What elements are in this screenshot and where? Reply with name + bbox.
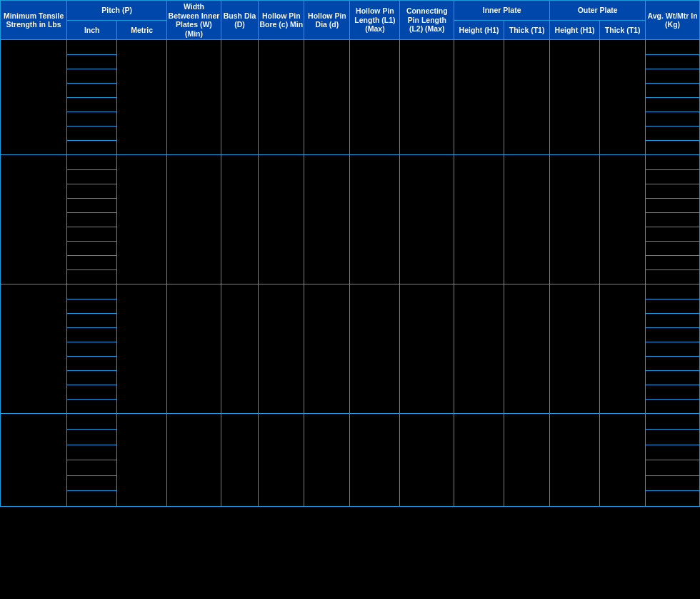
cell-hollow-pin-len xyxy=(350,40,400,155)
th-outer-height: Height (H1) xyxy=(550,20,600,40)
cell-inner-height xyxy=(454,155,504,284)
table-row xyxy=(1,40,700,155)
cell-tensile xyxy=(1,40,67,155)
main-table: Minimum Tensile Strength in Lbs Pitch (P… xyxy=(0,0,700,507)
cell-outer-height xyxy=(550,284,600,414)
cell-hollow-pin-len xyxy=(350,155,400,284)
cell-hollow-pin-dia xyxy=(304,284,350,414)
cell-tensile xyxy=(1,414,67,507)
cell-inner-thick xyxy=(504,40,550,155)
cell-hollow-pin-bore xyxy=(259,284,304,414)
cell-outer-thick xyxy=(600,414,646,507)
cell-tensile xyxy=(1,284,67,414)
th-hollow-pin-bore: Hollow Pin Bore (c) Min xyxy=(259,1,304,40)
th-inner-thick: Thick (T1) xyxy=(504,20,550,40)
cell-pitch-metric xyxy=(117,414,167,507)
cell-hollow-pin-bore xyxy=(259,414,304,507)
cell-pitch-inch xyxy=(67,40,117,155)
th-hollow-pin-len: Hollow Pin Length (L1) (Max) xyxy=(350,1,400,40)
cell-hollow-pin-bore xyxy=(259,40,304,155)
cell-width xyxy=(167,40,221,155)
cell-hollow-pin-len xyxy=(350,284,400,414)
header-row-1: Minimum Tensile Strength in Lbs Pitch (P… xyxy=(1,1,700,21)
table-row xyxy=(1,414,700,507)
cell-avg-wt xyxy=(646,155,700,284)
cell-outer-height xyxy=(550,155,600,284)
table-wrapper: Minimum Tensile Strength in Lbs Pitch (P… xyxy=(0,0,700,507)
cell-inner-thick xyxy=(504,414,550,507)
th-outer-plate-group: Outer Plate xyxy=(550,1,646,21)
cell-inner-height xyxy=(454,284,504,414)
th-hollow-pin-dia: Hollow Pin Dia (d) xyxy=(304,1,350,40)
cell-inner-height xyxy=(454,40,504,155)
cell-outer-thick xyxy=(600,284,646,414)
th-pitch-metric: Metric xyxy=(117,20,167,40)
cell-inner-thick xyxy=(504,284,550,414)
cell-hollow-pin-dia xyxy=(304,155,350,284)
cell-bush-dia xyxy=(221,414,258,507)
cell-hollow-pin-bore xyxy=(259,155,304,284)
cell-pitch-metric xyxy=(117,155,167,284)
th-outer-thick: Thick (T1) xyxy=(600,20,646,40)
cell-conn-pin-len xyxy=(400,414,454,507)
th-inner-height: Height (H1) xyxy=(454,20,504,40)
th-bush-dia: Bush Dia (D) xyxy=(221,1,258,40)
cell-pitch-metric xyxy=(117,40,167,155)
cell-pitch-metric xyxy=(117,284,167,414)
cell-inner-thick xyxy=(504,155,550,284)
cell-pitch-inch xyxy=(67,155,117,284)
cell-avg-wt xyxy=(646,40,700,155)
th-tensile: Minimum Tensile Strength in Lbs xyxy=(1,1,67,40)
th-inner-plate-group: Inner Plate xyxy=(454,1,550,21)
cell-width xyxy=(167,414,221,507)
cell-bush-dia xyxy=(221,40,258,155)
cell-hollow-pin-dia xyxy=(304,414,350,507)
cell-bush-dia xyxy=(221,155,258,284)
cell-outer-thick xyxy=(600,155,646,284)
cell-inner-height xyxy=(454,414,504,507)
th-pitch-group: Pitch (P) xyxy=(67,1,167,21)
table-row xyxy=(1,155,700,284)
cell-outer-height xyxy=(550,40,600,155)
cell-conn-pin-len xyxy=(400,40,454,155)
th-conn-pin-len: Connecting Pin Length (L2) (Max) xyxy=(400,1,454,40)
cell-tensile xyxy=(1,155,67,284)
cell-bush-dia xyxy=(221,284,258,414)
cell-conn-pin-len xyxy=(400,155,454,284)
cell-pitch-inch xyxy=(67,414,117,507)
th-width: Width Between Inner Plates (W) (Min) xyxy=(167,1,221,40)
cell-outer-thick xyxy=(600,40,646,155)
cell-outer-height xyxy=(550,414,600,507)
cell-hollow-pin-dia xyxy=(304,40,350,155)
th-avg-wt: Avg. Wt/Mtr In (Kg) xyxy=(646,1,700,40)
cell-width xyxy=(167,155,221,284)
cell-pitch-inch xyxy=(67,284,117,414)
cell-avg-wt xyxy=(646,414,700,507)
cell-hollow-pin-len xyxy=(350,414,400,507)
cell-avg-wt xyxy=(646,284,700,414)
th-pitch-inch: Inch xyxy=(67,20,117,40)
table-row xyxy=(1,284,700,414)
cell-width xyxy=(167,284,221,414)
cell-conn-pin-len xyxy=(400,284,454,414)
